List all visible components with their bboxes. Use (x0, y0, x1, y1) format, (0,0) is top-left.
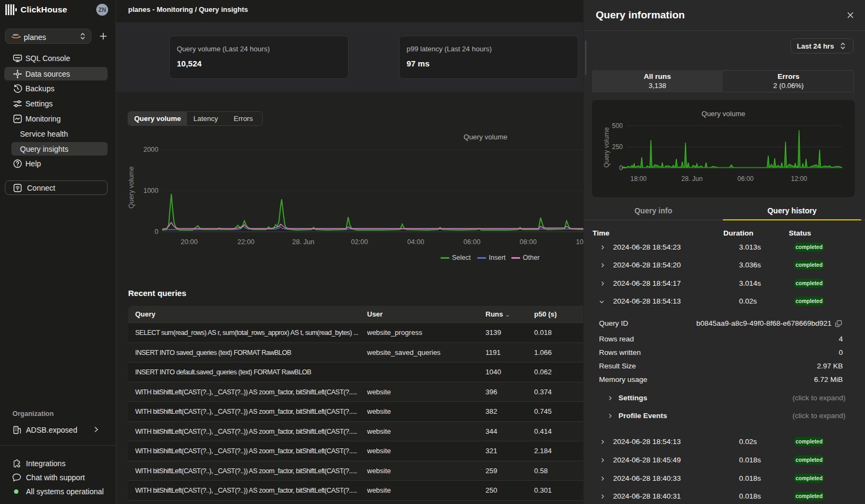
svg-text:aws: aws (13, 33, 18, 36)
